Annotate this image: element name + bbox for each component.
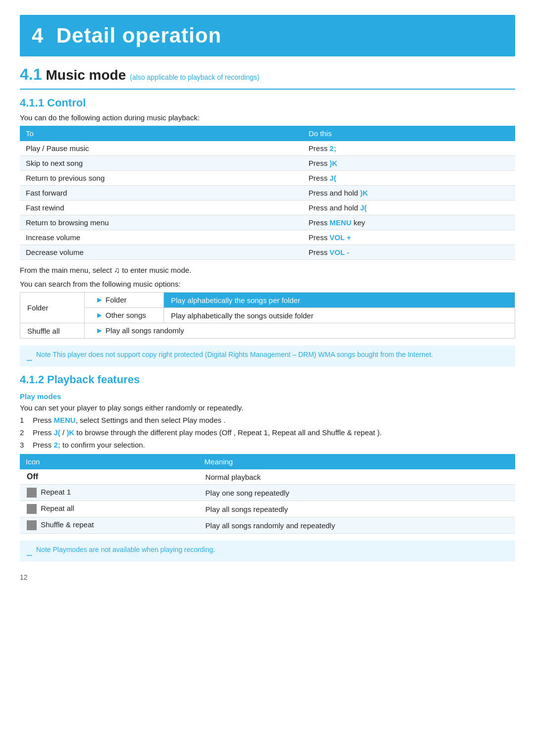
- table-row: Off Normal playback: [20, 469, 515, 485]
- table-row: Skip to next song Press )K: [20, 156, 515, 171]
- action-label: Return to previous song: [20, 171, 303, 186]
- table-row: Shuffle all ► Play all songs randomly: [20, 323, 515, 339]
- option-shuffle-desc: ► Play all songs randomly: [85, 323, 515, 339]
- meaning-repeat1: Play one song repeatedly: [199, 485, 515, 501]
- table-row: Repeat all Play all songs repeatedly: [20, 501, 515, 517]
- play-modes-label: Play modes: [20, 392, 515, 401]
- option-folder-label: Folder: [20, 293, 85, 323]
- icon-table-header-icon: Icon: [20, 454, 199, 469]
- action-value: Press J(: [303, 171, 515, 186]
- table-row: Folder ► Folder Play alphabetically the …: [20, 293, 515, 308]
- section-411-title: 4.1.1 Control: [20, 97, 515, 109]
- action-value: Press VOL -: [303, 245, 515, 260]
- action-value: Press VOL +: [303, 230, 515, 245]
- action-label: Fast rewind: [20, 201, 303, 215]
- meaning-repeat-all: Play all songs repeatedly: [199, 501, 515, 517]
- chapter-header: 4 Detail operation: [20, 15, 515, 56]
- note-text-2: Note Playmodes are not available when pl…: [36, 546, 215, 554]
- table-row: Fast rewind Press and hold J(: [20, 201, 515, 215]
- option-other-songs: ► Other songs: [85, 308, 164, 323]
- chapter-title: 4 Detail operation: [32, 24, 503, 48]
- icon-square-repeat1: [27, 488, 37, 498]
- section-412-title: 4.1.2 Playback features: [20, 373, 515, 386]
- control-table: To Do this Play / Pause music Press 2; S…: [20, 126, 515, 260]
- icon-table-header-meaning: Meaning: [199, 454, 515, 469]
- icon-shuffle-repeat: Shuffle & repeat: [20, 517, 199, 534]
- option-shuffle-label: Shuffle all: [20, 323, 85, 339]
- play-modes-intro: You can set your player to play songs ei…: [20, 403, 515, 412]
- action-label: Return to browsing menu: [20, 215, 303, 230]
- note-icon-1: ⎯: [27, 351, 32, 361]
- table-row: Fast forward Press and hold )K: [20, 186, 515, 201]
- option-folder-sub: ► Folder: [85, 293, 164, 308]
- note-box-1: ⎯ Note This player does not support copy…: [20, 346, 515, 366]
- table-row: Shuffle & repeat Play all songs randomly…: [20, 517, 515, 534]
- action-value: Press and hold J(: [303, 201, 515, 215]
- action-label: Increase volume: [20, 230, 303, 245]
- option-other-songs-desc: Play alphabetically the songs outside fo…: [164, 308, 515, 323]
- steps-list: 1 Press MENU, select Settings and then s…: [20, 416, 515, 449]
- note-text-1: Note This player does not support copy r…: [36, 351, 433, 358]
- action-value: Press and hold )K: [303, 186, 515, 201]
- icon-repeat1: Repeat 1: [20, 485, 199, 501]
- icon-meaning-table: Icon Meaning Off Normal playback Repeat …: [20, 454, 515, 534]
- control-intro: You can do the following action during m…: [20, 113, 515, 122]
- action-label: Decrease volume: [20, 245, 303, 260]
- table-row: Increase volume Press VOL +: [20, 230, 515, 245]
- control-table-header-to: To: [20, 126, 303, 141]
- icon-square-repeat-all: [27, 504, 37, 514]
- page-number: 12: [20, 573, 515, 581]
- table-row: Decrease volume Press VOL -: [20, 245, 515, 260]
- list-item: 3 Press 2; to confirm your selection.: [20, 441, 515, 449]
- search-intro: You can search from the following music …: [20, 280, 515, 288]
- table-row: ► Other songs Play alphabetically the so…: [20, 308, 515, 323]
- action-value: Press )K: [303, 156, 515, 171]
- table-row: Return to previous song Press J(: [20, 171, 515, 186]
- icon-square-shuffle: [27, 520, 37, 530]
- section-41-title: 4.1 Music mode (also applicable to playb…: [20, 65, 515, 84]
- music-options-table: Folder ► Folder Play alphabetically the …: [20, 292, 515, 339]
- note-icon-2: ⎯: [27, 546, 32, 556]
- action-label: Skip to next song: [20, 156, 303, 171]
- action-value: Press MENU key: [303, 215, 515, 230]
- icon-off: Off: [20, 469, 199, 485]
- meaning-off: Normal playback: [199, 469, 515, 485]
- table-row: Play / Pause music Press 2;: [20, 141, 515, 156]
- list-item: 2 Press J( / )K to browse through the di…: [20, 428, 515, 437]
- control-table-header-dothis: Do this: [303, 126, 515, 141]
- icon-repeat-all: Repeat all: [20, 501, 199, 517]
- after-table-text: From the main menu, select ♫ to enter mu…: [20, 266, 515, 275]
- meaning-shuffle-repeat: Play all songs randomly and repeatedly: [199, 517, 515, 534]
- action-label: Fast forward: [20, 186, 303, 201]
- table-row: Repeat 1 Play one song repeatedly: [20, 485, 515, 501]
- table-row: Return to browsing menu Press MENU key: [20, 215, 515, 230]
- list-item: 1 Press MENU, select Settings and then s…: [20, 416, 515, 424]
- action-label: Play / Pause music: [20, 141, 303, 156]
- section-divider: [20, 89, 515, 90]
- action-value: Press 2;: [303, 141, 515, 156]
- option-folder-desc: Play alphabetically the songs per folder: [164, 293, 515, 308]
- note-box-2: ⎯ Note Playmodes are not available when …: [20, 541, 515, 561]
